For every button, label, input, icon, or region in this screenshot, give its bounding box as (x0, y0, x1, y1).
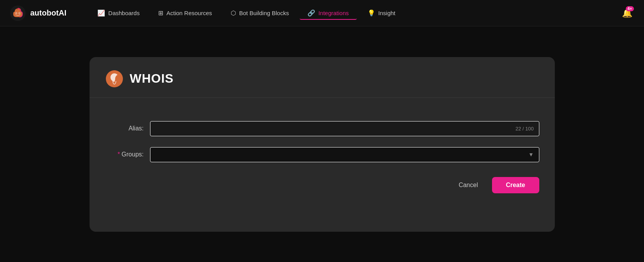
dashboards-icon: 📈 (97, 9, 105, 17)
insight-icon: 💡 (368, 9, 375, 17)
nav-item-integrations-label: Integrations (318, 10, 349, 16)
main-content: WHOIS Alias: 22 / 100 *Groups: (0, 26, 644, 262)
integrations-icon: 🔗 (307, 9, 315, 17)
groups-select-wrapper: ▼ (150, 147, 539, 162)
groups-select[interactable] (150, 147, 539, 162)
nav-item-bot-building-blocks[interactable]: ⬡ Bot Building Blocks (223, 6, 297, 20)
nav-item-insight[interactable]: 💡 Insight (360, 6, 403, 20)
required-star: * (117, 151, 120, 158)
whois-icon (105, 69, 124, 88)
nav-items: 📈 Dashboards ⊞ Action Resources ⬡ Bot Bu… (90, 6, 619, 20)
navbar: autobotAI 📈 Dashboards ⊞ Action Resource… (0, 0, 644, 26)
alias-input[interactable] (150, 121, 539, 136)
card-body: Alias: 22 / 100 *Groups: ▼ (90, 113, 555, 209)
groups-row: *Groups: ▼ (105, 147, 539, 162)
nav-item-bot-building-blocks-label: Bot Building Blocks (239, 10, 289, 16)
nav-item-action-resources[interactable]: ⊞ Action Resources (150, 6, 220, 20)
svg-point-1 (15, 12, 17, 14)
notification-badge: 4+ (626, 6, 634, 11)
nav-item-integrations[interactable]: 🔗 Integrations (300, 6, 356, 20)
bot-building-blocks-icon: ⬡ (231, 9, 236, 17)
cancel-button[interactable]: Cancel (451, 178, 486, 193)
notification-bell[interactable]: 🔔 4+ (619, 5, 635, 21)
alias-label: Alias: (105, 125, 144, 132)
nav-item-action-resources-label: Action Resources (166, 10, 212, 16)
alias-input-wrapper: 22 / 100 (150, 121, 539, 136)
logo-text: autobotAI (30, 9, 66, 17)
whois-card: WHOIS Alias: 22 / 100 *Groups: (90, 57, 555, 232)
alias-row: Alias: 22 / 100 (105, 121, 539, 136)
card-header: WHOIS (90, 57, 555, 97)
form-actions: Cancel Create (105, 173, 539, 193)
alias-char-count: 22 / 100 (516, 126, 534, 132)
nav-item-dashboards[interactable]: 📈 Dashboards (90, 6, 147, 20)
card-title: WHOIS (130, 71, 174, 86)
create-button[interactable]: Create (492, 177, 539, 193)
svg-point-2 (18, 12, 21, 14)
groups-label: *Groups: (105, 151, 144, 158)
nav-item-dashboards-label: Dashboards (108, 10, 140, 16)
logo[interactable]: autobotAI (9, 5, 66, 22)
nav-item-insight-label: Insight (378, 10, 395, 16)
logo-icon (9, 5, 26, 22)
nav-right: 🔔 4+ (619, 5, 635, 21)
card-divider (90, 97, 555, 98)
action-resources-icon: ⊞ (158, 9, 163, 17)
